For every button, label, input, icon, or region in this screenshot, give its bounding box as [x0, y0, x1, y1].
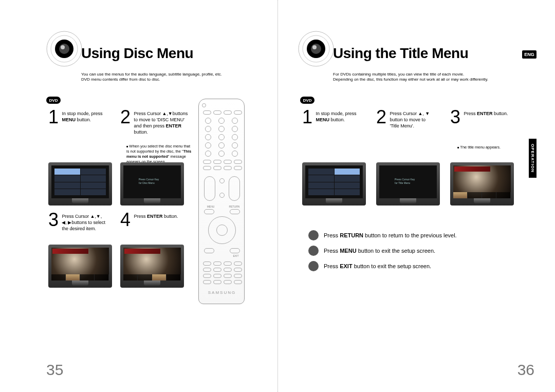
step-3-left: 3 Press Cursor ▲,▼, ◀, ▶buttons to selec…: [48, 212, 118, 232]
step-num: 2: [376, 109, 387, 125]
svg-point-3: [59, 44, 69, 54]
tv-stand-icon: [72, 281, 88, 286]
step-text: Press Cursor ▲,▼buttons to move to 'DISC…: [134, 109, 189, 136]
step-text: Press ENTER button.: [464, 109, 519, 117]
step-text: Press ENTER button.: [134, 212, 189, 219]
hint-dot-icon: [308, 246, 319, 256]
page-divider: [278, 0, 278, 392]
step-1-left: 1 In stop mode, press MENU button.: [48, 109, 118, 125]
dvd-badge-left: DVD: [46, 97, 61, 104]
step-text: In stop mode, press MENU button.: [62, 109, 117, 123]
speaker-icon: [46, 31, 82, 67]
hint-exit: Press EXIT button to exit the setup scre…: [308, 261, 431, 271]
tv-stand-icon: [144, 281, 160, 286]
step-1-right: 1 In stop mode, press MENU button.: [302, 109, 372, 125]
side-tab-operation: OPERATION: [529, 139, 536, 178]
remote-brand: SAMSUNG: [199, 290, 245, 295]
step-num: 3: [48, 212, 60, 228]
step-num: 1: [302, 109, 313, 125]
tv-stand-icon: [474, 198, 490, 203]
step-text: In stop mode, press MENU button.: [316, 109, 371, 123]
left-page: Using Disc Menu You can use the menus fo…: [0, 0, 278, 392]
right-page: Using the Title Menu For DVDs containing…: [278, 0, 555, 392]
step-2-right: 2 Press Cursor ▲, ▼ button to move to 'T…: [376, 109, 446, 129]
step-text: Press Cursor ▲,▼, ◀, ▶buttons to select …: [62, 212, 117, 232]
tv-stand-icon: [326, 198, 342, 203]
page-number-right: 36: [517, 361, 534, 379]
hint-dot-icon: [308, 230, 319, 240]
step-2-left: 2 Press Cursor ▲,▼buttons to move to 'DI…: [120, 109, 190, 136]
tv-stand-icon: [400, 198, 416, 203]
step-text: Press Cursor ▲, ▼ button to move to 'Tit…: [390, 109, 445, 129]
page-number-left: 35: [46, 361, 63, 379]
step-num: 2: [120, 109, 132, 125]
remote-enter-icon: [216, 225, 228, 236]
svg-point-4: [61, 45, 65, 49]
svg-point-9: [312, 45, 317, 49]
step-4-left: 4 Press ENTER button.: [120, 212, 190, 228]
eng-badge: ENG: [522, 50, 536, 59]
step-num: 4: [120, 212, 132, 228]
step-2-note: When you select the disc menu that is no…: [126, 144, 193, 165]
tv-menu-text: Press Cursor Key for Disc Menu: [139, 178, 176, 185]
hint-menu: Press MENU button to exit the setup scre…: [308, 246, 435, 256]
page-subtitle-a-right: For DVDs containing multiple titles, you…: [333, 72, 464, 77]
svg-point-8: [311, 44, 321, 54]
remote-power-icon: [202, 103, 206, 107]
step-num: 1: [48, 109, 60, 125]
step-3-note: The title menu appears.: [457, 145, 524, 150]
step-num: 3: [450, 109, 461, 125]
page-subtitle-b-right: Depending on the disc, this function may…: [333, 77, 488, 82]
speaker-icon: [298, 31, 334, 67]
tv-stand-icon: [72, 198, 88, 203]
tv-stand-icon: [144, 198, 160, 203]
page-title-left: Using Disc Menu: [81, 45, 193, 62]
remote-control: MENU RETURN EXIT SAMSUNG: [198, 99, 245, 304]
tv-menu-text: Press Cursor Key for Title Menu: [395, 178, 432, 185]
page-spread: Using Disc Menu You can use the menus fo…: [0, 0, 555, 392]
page-subtitle-b-left: DVD menu contents differ from disc to di…: [81, 77, 160, 82]
page-title-right: Using the Title Menu: [333, 45, 468, 62]
dvd-badge-right: DVD: [300, 97, 314, 104]
step-3-right: 3 Press ENTER button.: [450, 109, 520, 125]
hint-dot-icon: [308, 261, 319, 271]
hint-return: Press RETURN button to return to the pre…: [308, 230, 457, 240]
page-subtitle-a-left: You can use the menus for the audio lang…: [81, 72, 222, 77]
